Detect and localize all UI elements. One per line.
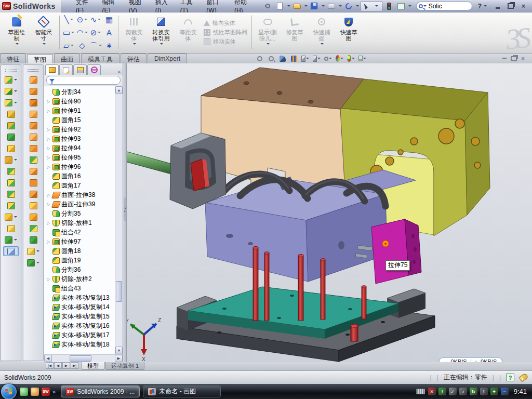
dropdown-arrow-icon[interactable] <box>99 45 102 46</box>
tab-评估[interactable]: 评估 <box>121 54 147 63</box>
tab-特征[interactable]: 特征 <box>0 54 26 63</box>
point-button[interactable]: ∗ <box>102 39 116 52</box>
curve-button[interactable] <box>3 235 19 245</box>
dropdown-arrow-icon[interactable] <box>98 19 101 20</box>
dropdown-arrow-icon[interactable] <box>329 58 332 59</box>
trim-surface-button[interactable] <box>25 178 41 188</box>
tree-vertical-scrollbar[interactable]: ▲ ▼ <box>115 86 123 354</box>
expand-arrow-icon[interactable]: ▷ <box>46 146 51 151</box>
antivirus-shield-icon[interactable]: ✕ <box>428 388 436 395</box>
dropdown-arrow-icon[interactable] <box>16 43 19 45</box>
tree-item[interactable]: 圆角15 <box>46 115 115 125</box>
edit-scene-button[interactable] <box>358 55 366 62</box>
new-dropdown[interactable] <box>287 5 290 7</box>
tree-item[interactable]: 实体-移动/复制14 <box>46 302 115 312</box>
blocked-sign-icon[interactable]: − <box>501 388 509 395</box>
tree-item[interactable]: 实体-移动/复制16 <box>46 321 115 330</box>
bottom-tab-运动算例 1[interactable]: 运动算例 1 <box>105 362 144 370</box>
dropdown-arrow-icon[interactable] <box>14 159 17 161</box>
property-manager-tab[interactable] <box>59 64 73 75</box>
tree-item[interactable]: ▷曲面-拉伸38 <box>46 190 115 200</box>
tree-item[interactable]: ▷拉伸94 <box>46 143 115 153</box>
ellipse-button[interactable]: ⊘ <box>89 26 102 39</box>
restore-button[interactable] <box>505 2 516 10</box>
bottom-tab-模型[interactable]: 模型 <box>82 362 104 370</box>
circle-button[interactable]: ⊙ <box>75 13 89 26</box>
reference-point-button[interactable] <box>3 212 19 222</box>
convert-entities-button[interactable]: 转换实 体引用 <box>148 14 175 51</box>
horizontal-scroll-thumb[interactable] <box>70 355 91 362</box>
dropdown-arrow-icon[interactable] <box>14 239 17 241</box>
planar-surface-button[interactable] <box>25 143 41 153</box>
swept-surface-button[interactable] <box>25 98 41 108</box>
undo-button[interactable] <box>343 2 354 11</box>
panel-splitter[interactable]: ◂▸ <box>123 63 127 362</box>
dropdown-arrow-icon[interactable] <box>98 32 101 33</box>
tree-item[interactable]: ▷曲面-拉伸39 <box>46 200 115 209</box>
extrude-cut-button[interactable] <box>3 86 19 96</box>
expand-arrow-icon[interactable]: ▷ <box>46 127 51 132</box>
save-dropdown[interactable] <box>322 5 325 7</box>
scroll-up-button[interactable]: ▲ <box>115 86 123 94</box>
tab-草图[interactable]: 草图 <box>27 54 53 64</box>
tree-item[interactable]: ▷拉伸95 <box>46 153 115 162</box>
tree-item[interactable]: 实体-移动/复制18 <box>46 340 115 349</box>
text-button[interactable]: A <box>102 26 116 39</box>
dropdown-arrow-icon[interactable] <box>363 58 366 59</box>
section-view-button[interactable] <box>278 55 286 62</box>
print-dropdown[interactable] <box>339 5 342 7</box>
spline-button[interactable]: ∿ <box>89 13 102 26</box>
tree-item[interactable]: 分割36 <box>46 265 115 274</box>
dropdown-arrow-icon[interactable] <box>340 58 343 59</box>
tree-item[interactable]: 圆角17 <box>46 181 115 190</box>
apply-scene-button[interactable] <box>336 55 343 62</box>
polygon-button[interactable]: ◇ <box>75 39 89 52</box>
dropdown-arrow-icon[interactable] <box>71 32 74 33</box>
dropdown-arrow-icon[interactable] <box>14 216 17 218</box>
rebuild-button[interactable] <box>384 2 394 11</box>
task-button-solidworks[interactable]: SWSolidWorks 2009 - ... <box>61 385 140 397</box>
tree-item[interactable]: ▷拉伸96 <box>46 162 115 171</box>
dropdown-arrow-icon[interactable] <box>85 32 88 33</box>
sync-icon[interactable]: ↻ <box>470 388 477 395</box>
pattern-button[interactable] <box>3 155 19 165</box>
instant3d-button[interactable] <box>3 246 19 256</box>
zoom-fit-button[interactable] <box>256 55 263 62</box>
tab-曲面[interactable]: 曲面 <box>54 54 80 63</box>
dropdown-arrow-icon[interactable] <box>36 262 39 263</box>
doc-restore-button[interactable] <box>511 56 517 61</box>
configuration-manager-tab[interactable] <box>73 64 87 75</box>
tree-item[interactable]: 圆角16 <box>46 171 115 181</box>
curve-tool-button[interactable] <box>25 258 41 268</box>
expand-arrow-icon[interactable]: ▷ <box>46 202 51 207</box>
prev-tab-button[interactable]: ◀ <box>54 362 62 369</box>
scroll-right-button[interactable]: ▶ <box>115 355 123 362</box>
next-tab-button[interactable]: ▶ <box>62 362 70 369</box>
zoom-area-button[interactable] <box>267 55 275 62</box>
boundary-surface-button[interactable] <box>25 121 41 130</box>
tab-DimXpert[interactable]: DimXpert <box>148 54 187 63</box>
thicken-button[interactable] <box>25 212 41 222</box>
reference-plane-button[interactable] <box>3 223 19 233</box>
protect-plus-icon[interactable]: + <box>490 388 498 395</box>
network-warning-icon[interactable]: ! <box>480 388 488 395</box>
security-shield-icon[interactable]: ! <box>438 388 446 395</box>
view-orientation-button[interactable] <box>301 55 309 62</box>
keyboard-layout-icon[interactable] <box>416 389 425 394</box>
update-check-icon[interactable]: ✓ <box>449 388 457 395</box>
extrude-boss-button[interactable] <box>3 75 19 85</box>
tree-item[interactable]: 实体-移动/复制13 <box>46 293 115 302</box>
open-dropdown[interactable] <box>304 5 308 7</box>
tree-horizontal-scrollbar[interactable]: ◀ ▶ <box>44 354 123 362</box>
rapid-sketch-button[interactable]: 快速草 图 <box>335 14 362 51</box>
offset-surface-button[interactable] <box>25 132 41 142</box>
tree-item[interactable]: 圆角19 <box>46 256 115 265</box>
expand-arrow-icon[interactable]: ▷ <box>46 99 51 104</box>
solidworks-quicklaunch-icon[interactable]: SW <box>42 388 50 396</box>
dropdown-arrow-icon[interactable] <box>306 58 309 59</box>
tree-item[interactable]: 组合43 <box>46 284 115 293</box>
search-box[interactable]: Solic <box>416 2 472 10</box>
tree-item[interactable]: ▷拉伸90 <box>46 97 115 106</box>
sketch-pencil-button[interactable]: 草图绘 制 <box>3 14 30 51</box>
options-dropdown[interactable] <box>408 5 411 7</box>
